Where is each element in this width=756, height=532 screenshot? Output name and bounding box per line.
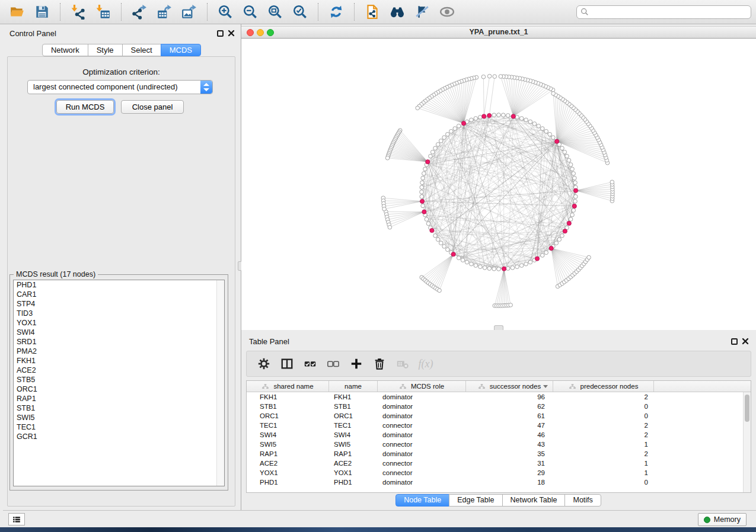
graph-mcds-hub-node[interactable] (572, 204, 576, 208)
mcds-result-item[interactable]: STB1 (14, 403, 224, 413)
graph-ring-node[interactable] (515, 265, 519, 269)
graph-leaf-node[interactable] (499, 75, 503, 79)
graph-mcds-hub-node[interactable] (567, 221, 571, 225)
graph-ring-node[interactable] (511, 266, 515, 270)
graph-ring-node[interactable] (572, 209, 576, 213)
save-session-icon[interactable] (33, 2, 51, 21)
graph-ring-node[interactable] (422, 172, 426, 176)
close-panel-button[interactable]: Close panel (121, 100, 184, 114)
graph-ring-node[interactable] (506, 267, 510, 271)
mcds-result-item[interactable]: STP4 (14, 299, 224, 309)
mcds-result-item[interactable]: ORC1 (14, 384, 224, 394)
tab-motifs[interactable]: Motifs (564, 494, 601, 507)
mcds-result-item[interactable]: TEC1 (14, 422, 224, 432)
graph-ring-node[interactable] (457, 256, 461, 260)
graph-mcds-hub-node[interactable] (549, 246, 553, 251)
mcds-result-item[interactable]: YOX1 (14, 318, 224, 328)
graph-leaf-node[interactable] (385, 156, 390, 160)
graph-mcds-hub-node[interactable] (535, 257, 539, 261)
graph-leaf-node[interactable] (382, 207, 387, 211)
zoom-selected-icon[interactable] (291, 2, 309, 21)
graph-ring-node[interactable] (487, 267, 492, 271)
graph-ring-node[interactable] (554, 241, 559, 245)
graph-ring-node[interactable] (453, 127, 457, 131)
graph-ring-node[interactable] (544, 251, 548, 255)
graph-ring-node[interactable] (528, 120, 532, 124)
graph-mcds-hub-node[interactable] (573, 188, 578, 193)
table-scrollbar[interactable] (743, 392, 751, 492)
graph-ring-node[interactable] (433, 234, 438, 238)
mcds-result-item[interactable]: CAR1 (14, 290, 224, 299)
graph-ring-node[interactable] (439, 241, 443, 245)
graph-leaf-node[interactable] (487, 74, 492, 78)
mcds-result-item[interactable]: STB5 (14, 375, 224, 384)
mcds-result-item[interactable]: SWI5 (14, 413, 224, 422)
table-row[interactable]: RAP1RAP1dominator352 (247, 449, 751, 459)
run-mcds-button[interactable]: Run MCDS (56, 100, 114, 114)
column-header-name[interactable]: name (329, 381, 378, 392)
graph-ring-node[interactable] (497, 267, 501, 271)
graph-ring-node[interactable] (560, 234, 564, 238)
search-input[interactable] (576, 5, 751, 19)
graph-ring-node[interactable] (497, 113, 501, 117)
mcds-result-item[interactable]: ACE2 (14, 366, 224, 375)
graph-leaf-node[interactable] (587, 255, 591, 259)
graph-mcds-hub-node[interactable] (451, 252, 455, 257)
graph-leaf-node[interactable] (509, 303, 513, 307)
graph-ring-node[interactable] (515, 116, 519, 120)
network-document-icon[interactable] (363, 2, 381, 21)
graph-ring-node[interactable] (532, 122, 537, 126)
graph-ring-node[interactable] (563, 150, 567, 154)
zoom-in-icon[interactable] (216, 2, 234, 21)
preview-eye-icon[interactable] (438, 2, 456, 21)
mcds-result-item[interactable]: SRD1 (14, 337, 224, 347)
canvas-splitter-grip[interactable] (494, 325, 503, 330)
graph-ring-node[interactable] (429, 154, 433, 158)
network-view-canvas[interactable] (241, 39, 756, 330)
graph-leaf-node[interactable] (481, 75, 486, 79)
network-graph[interactable] (241, 39, 756, 330)
graph-ring-node[interactable] (425, 217, 429, 222)
column-header-successor-nodes[interactable]: successor nodes (466, 381, 553, 392)
graph-ring-node[interactable] (567, 158, 571, 162)
graph-ring-node[interactable] (570, 167, 575, 171)
export-table-icon[interactable] (155, 2, 173, 21)
graph-ring-node[interactable] (541, 127, 545, 131)
column-header-predecessor-nodes[interactable]: predecessor nodes (553, 381, 654, 392)
graph-mcds-hub-node[interactable] (426, 160, 430, 164)
graph-mcds-hub-node[interactable] (482, 114, 486, 118)
import-table-icon[interactable] (94, 2, 112, 21)
graph-ring-node[interactable] (573, 181, 578, 185)
graph-ring-node[interactable] (524, 118, 528, 122)
delete-column-icon[interactable] (372, 356, 387, 371)
graph-ring-node[interactable] (537, 124, 541, 128)
graph-leaf-node[interactable] (610, 180, 614, 184)
graph-mcds-hub-node[interactable] (555, 139, 559, 143)
table-row[interactable]: PHD1PHD1dominator180 (247, 477, 751, 487)
mcds-result-item[interactable]: PMA2 (14, 347, 224, 356)
graph-mcds-hub-node[interactable] (461, 121, 465, 126)
graph-ring-node[interactable] (446, 132, 450, 136)
table-row[interactable]: YOX1YOX1connector291 (247, 468, 751, 477)
graph-mcds-hub-node[interactable] (430, 228, 434, 232)
graph-ring-node[interactable] (449, 129, 454, 133)
table-row[interactable]: SWI4SWI4dominator462 (247, 430, 751, 440)
graph-mcds-hub-node[interactable] (502, 267, 506, 271)
graph-ring-node[interactable] (479, 116, 483, 120)
graph-ring-node[interactable] (436, 143, 440, 147)
task-history-button[interactable] (8, 513, 25, 525)
export-image-icon[interactable] (180, 2, 198, 21)
graph-ring-node[interactable] (573, 199, 578, 203)
export-network-icon[interactable] (130, 2, 148, 21)
graph-ring-node[interactable] (551, 136, 556, 140)
table-row[interactable]: TEC1TEC1connector472 (247, 421, 751, 430)
graph-ring-node[interactable] (569, 163, 573, 167)
network-window-titlebar[interactable]: YPA_prune.txt_1 (241, 26, 756, 39)
graph-ring-node[interactable] (465, 260, 469, 264)
graph-ring-node[interactable] (479, 265, 483, 269)
open-file-icon[interactable] (8, 2, 26, 21)
graph-ring-node[interactable] (574, 195, 578, 199)
graph-ring-node[interactable] (502, 113, 506, 117)
graph-ring-node[interactable] (560, 146, 564, 150)
table-close-icon[interactable] (741, 337, 749, 345)
